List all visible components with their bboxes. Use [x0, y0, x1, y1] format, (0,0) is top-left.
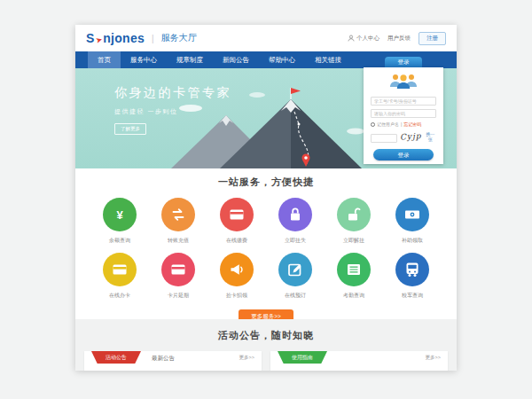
unlock-icon — [337, 198, 371, 231]
hero-cta-button[interactable]: 了解更多 — [114, 123, 146, 135]
nav-item-4[interactable]: 帮助中心 — [259, 51, 305, 68]
service-label: 在线预订 — [266, 292, 325, 300]
yen-icon: ¥ — [103, 198, 137, 231]
remember-checkbox[interactable] — [371, 122, 375, 127]
feedback-link[interactable]: 用户反馈 — [387, 35, 411, 43]
service-item[interactable]: 校车查询 — [383, 253, 442, 300]
services-section: 一站服务，方便快捷 ¥余额查询转账充值在线缴费立即挂失立即解挂补助领取在线办卡卡… — [75, 168, 457, 319]
logo-text: S — [86, 31, 95, 45]
edit-icon — [278, 253, 312, 286]
logo-arrow-icon: ➤ — [94, 35, 103, 45]
service-label: 立即解挂 — [325, 237, 383, 245]
site-name: 服务大厅 — [161, 32, 197, 44]
captcha-refresh-link[interactable]: 换一张 — [425, 131, 436, 142]
personal-center-link[interactable]: 个人中心 — [348, 35, 379, 43]
tab-user-guide[interactable]: 使用指南 — [278, 351, 327, 364]
hero-banner: 你身边的卡管专家 提供捷径 一步到位 了解更多 — [75, 68, 457, 168]
captcha-input[interactable] — [371, 134, 397, 143]
service-label: 校车查询 — [383, 292, 442, 300]
bank-card-icon — [161, 253, 195, 286]
transfer-arrows-icon — [161, 198, 195, 231]
services-grid: ¥余额查询转账充值在线缴费立即挂失立即解挂补助领取在线办卡卡片延期拾卡招领在线预… — [75, 198, 457, 308]
bus-icon — [395, 253, 429, 286]
hero-subtitle: 提供捷径 一步到位 — [114, 107, 231, 116]
tab-latest-announcements[interactable]: 最新公告 — [152, 355, 175, 363]
logo-text: njones — [103, 31, 145, 45]
service-item[interactable]: 在线预订 — [266, 253, 325, 300]
service-label: 在线缴费 — [207, 237, 266, 245]
register-button[interactable]: 注册 — [419, 32, 446, 45]
service-label: 卡片延期 — [149, 292, 207, 300]
service-label: 拾卡招领 — [207, 292, 266, 300]
login-submit-button[interactable]: 登录 — [373, 149, 434, 160]
svg-text:¥: ¥ — [116, 208, 123, 222]
backdrop: S ➤ njones | 服务大厅 个人中心 用户反馈 注册 — [0, 0, 532, 399]
header-divider: | — [152, 34, 154, 43]
guide-panel: 使用指南 更多>> — [270, 351, 448, 371]
service-label: 转账充值 — [149, 237, 207, 245]
password-input[interactable] — [371, 109, 436, 118]
services-heading: 一站服务，方便快捷 — [75, 176, 457, 189]
nav-item-2[interactable]: 规章制度 — [167, 51, 213, 68]
service-item[interactable]: 卡片延期 — [149, 253, 207, 300]
service-item[interactable]: 立即挂失 — [266, 198, 325, 245]
announcements-heading: 活动公告，随时知晓 — [75, 329, 457, 342]
logo[interactable]: S ➤ njones — [86, 31, 145, 45]
service-item[interactable]: ¥余额查询 — [90, 198, 149, 245]
list-icon — [337, 253, 371, 286]
hero-headline: 你身边的卡管专家 — [114, 85, 231, 101]
nav-item-0[interactable]: 首页 — [88, 51, 121, 68]
service-item[interactable]: 考勤查询 — [325, 253, 383, 300]
announcements-more-link[interactable]: 更多>> — [239, 355, 254, 361]
service-label: 补助领取 — [383, 237, 442, 245]
lock-icon — [278, 198, 312, 231]
forgot-password-link[interactable]: 忘记密码 — [403, 121, 421, 127]
service-label: 在线办卡 — [90, 292, 149, 300]
user-icon — [348, 35, 355, 42]
nav-item-5[interactable]: 相关链接 — [305, 51, 351, 68]
service-label: 立即挂失 — [266, 237, 325, 245]
users-group-icon — [387, 72, 419, 90]
service-label: 考勤查询 — [325, 292, 383, 300]
guide-more-link[interactable]: 更多>> — [426, 355, 441, 361]
service-item[interactable]: 在线缴费 — [207, 198, 266, 245]
service-item[interactable]: 转账充值 — [149, 198, 207, 245]
banknote-icon — [395, 198, 429, 231]
tab-activity-announcements[interactable]: 活动公告 — [91, 351, 141, 364]
nav-item-3[interactable]: 新闻公告 — [213, 51, 259, 68]
remember-label: 记住用户名 — [377, 121, 399, 127]
header: S ➤ njones | 服务大厅 个人中心 用户反馈 注册 — [75, 25, 457, 51]
captcha-image[interactable]: Cyjp — [400, 131, 422, 142]
login-tab[interactable]: 登录 — [385, 57, 422, 67]
page: S ➤ njones | 服务大厅 个人中心 用户反馈 注册 — [75, 25, 457, 371]
login-panel: 登录 记住用户名 | — [364, 57, 443, 164]
announcements-panel: 活动公告 最新公告 更多>> — [84, 351, 262, 371]
service-label: 余额查询 — [90, 237, 149, 245]
service-item[interactable]: 在线办卡 — [90, 253, 149, 300]
megaphone-icon — [220, 253, 254, 286]
service-item[interactable]: 补助领取 — [383, 198, 442, 245]
service-item[interactable]: 立即解挂 — [325, 198, 383, 245]
bank-card-icon — [103, 253, 137, 286]
nav-item-1[interactable]: 服务中心 — [121, 51, 167, 68]
bank-card-icon — [220, 198, 254, 231]
username-input[interactable] — [371, 97, 436, 106]
service-item[interactable]: 拾卡招领 — [207, 253, 266, 300]
announcements-section: 活动公告，随时知晓 活动公告 最新公告 更多>> 使用指南 更多>> — [75, 319, 457, 371]
